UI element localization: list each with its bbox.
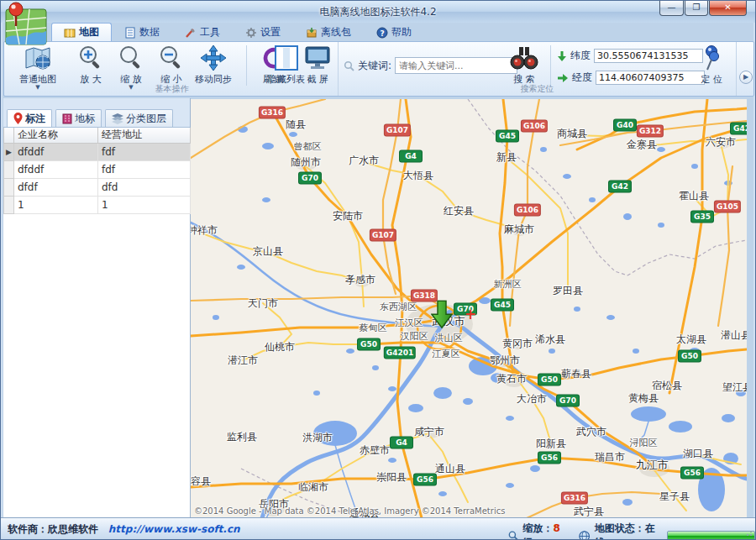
table-cell[interactable]: fdf bbox=[98, 160, 191, 178]
tab-offline-pack-label: 离线包 bbox=[321, 25, 351, 39]
app-logo-icon bbox=[4, 1, 48, 46]
minimize-button[interactable]: — bbox=[659, 1, 684, 16]
sidebar-tab-landmarks-label: 地标 bbox=[75, 112, 95, 126]
map-label: 东西湖区 bbox=[380, 301, 417, 313]
landmark-icon bbox=[62, 113, 72, 124]
sidebar-tab-annotations[interactable]: 标注 bbox=[7, 109, 52, 127]
map-attribution: ©2014 Google - Map data ©2014 Tele Atlas… bbox=[194, 506, 505, 516]
road-shield: G42 bbox=[609, 181, 631, 192]
road-shield: G50 bbox=[679, 351, 701, 362]
tab-help-label: 帮助 bbox=[391, 25, 412, 39]
map-label: 阳新县 bbox=[536, 437, 566, 451]
map-label: 星子县 bbox=[659, 490, 690, 504]
screenshot-icon bbox=[304, 45, 331, 71]
map-label: 仙桃市 bbox=[265, 340, 295, 354]
road-shield: G56 bbox=[681, 468, 703, 479]
status-right: 缩放：8 级 地图状态：在线 bbox=[508, 522, 755, 540]
pan-sync-button[interactable]: 移动同步 bbox=[187, 44, 239, 86]
tab-settings[interactable]: 设置 bbox=[233, 23, 293, 41]
table-row[interactable]: dfddffdf bbox=[4, 160, 191, 178]
map-label: 望江县 bbox=[722, 380, 747, 395]
map-label: 六安市 bbox=[706, 135, 736, 149]
map-marker-arrow-icon[interactable] bbox=[431, 300, 453, 328]
close-button[interactable]: ✕ bbox=[709, 1, 747, 16]
map-label: 霍山县 bbox=[679, 189, 709, 203]
map-label: 鄂州市 bbox=[490, 354, 520, 368]
row-selector[interactable] bbox=[4, 160, 14, 178]
vendor-info: 软件商：欣思维软件 http://www.xsw-soft.cn bbox=[8, 522, 240, 537]
binoculars-icon bbox=[510, 45, 538, 71]
table-cell[interactable]: dfddf bbox=[14, 160, 98, 178]
keyword-label: 关键词: bbox=[358, 59, 391, 73]
latitude-label: 纬度 bbox=[570, 49, 591, 63]
row-selector[interactable] bbox=[4, 196, 14, 213]
table-cell[interactable]: fdf bbox=[98, 143, 191, 160]
map-label: 武宁县 bbox=[574, 505, 604, 519]
ribbon-expand-button[interactable]: ▶ bbox=[739, 71, 753, 84]
map-label: 黄梅县 bbox=[628, 391, 659, 406]
table-row[interactable]: 11 bbox=[4, 196, 191, 213]
globe-icon bbox=[579, 530, 590, 540]
row-selector[interactable] bbox=[4, 178, 14, 196]
road-shield: G42 bbox=[731, 123, 747, 134]
sidebar-tab-annotations-label: 标注 bbox=[25, 112, 45, 126]
resize-grip[interactable] bbox=[744, 528, 753, 537]
map-label: 广水市 bbox=[349, 154, 379, 168]
road-shield: G316 bbox=[562, 493, 587, 504]
map-label: 大冶市 bbox=[517, 392, 547, 406]
maximize-button[interactable]: ❐ bbox=[685, 1, 708, 16]
tab-map[interactable]: 地图 bbox=[51, 23, 112, 41]
map-label: 瑞昌市 bbox=[595, 450, 625, 464]
map-state-label: 地图状态： bbox=[595, 522, 645, 534]
sidebar-tab-layers-label: 分类图层 bbox=[126, 112, 166, 126]
table-cell[interactable]: dfdf bbox=[14, 178, 98, 196]
map-label: 蔡甸区 bbox=[360, 322, 387, 334]
map-cross-marker: + bbox=[465, 309, 476, 319]
row-selector[interactable]: ▶ bbox=[4, 143, 14, 160]
pin-icon bbox=[13, 113, 23, 124]
ribbon-tab-strip: 地图 数据 工具 设置 离线包 ? 帮助 bbox=[51, 23, 424, 41]
tab-tools[interactable]: 工具 bbox=[172, 23, 233, 41]
map-label: 随州市 bbox=[291, 155, 321, 170]
settings-tab-icon bbox=[245, 27, 257, 39]
sidebar-tab-landmarks[interactable]: 地标 bbox=[55, 109, 102, 127]
map-label: 红安县 bbox=[444, 204, 474, 218]
map-label: 浔阳区 bbox=[630, 437, 658, 449]
tab-offline-pack[interactable]: 离线包 bbox=[293, 23, 364, 41]
normal-map-icon bbox=[24, 45, 51, 71]
column-company-name[interactable]: 企业名称 bbox=[14, 128, 98, 143]
map-label: 蕲春县 bbox=[561, 367, 591, 381]
latitude-input[interactable] bbox=[594, 49, 703, 63]
road-shield: G106 bbox=[515, 205, 540, 216]
column-address[interactable]: 经营地址 bbox=[98, 128, 191, 143]
tools-tab-icon bbox=[185, 27, 197, 39]
keyword-input[interactable] bbox=[395, 57, 517, 74]
road-shield: G45 bbox=[496, 131, 518, 142]
map-label: 江夏区 bbox=[433, 348, 460, 360]
tab-data[interactable]: 数据 bbox=[112, 23, 172, 41]
table-cell[interactable]: 1 bbox=[98, 196, 191, 213]
road-shield: G4201 bbox=[385, 348, 415, 359]
table-cell[interactable]: dfd bbox=[98, 178, 191, 196]
annotation-table: 企业名称 经营地址 ▶dfddffdfdfddffdfdfdfdfd11 bbox=[3, 128, 191, 214]
status-zoom-text: 缩放：8 级 bbox=[522, 522, 568, 540]
title-bar[interactable]: 电脑离线地图标注软件4.2 — ❐ ✕ bbox=[1, 1, 755, 23]
road-shield: G106 bbox=[522, 121, 547, 132]
vendor-url[interactable]: http://www.xsw-soft.cn bbox=[108, 523, 240, 535]
table-cell[interactable]: dfddf bbox=[14, 143, 98, 160]
svg-text:?: ? bbox=[380, 29, 384, 37]
map-canvas[interactable]: 随县曾都区随州市广水市大悟县红安县麻城市商城县金寨县六安市新县霍山县钟祥市京山县… bbox=[191, 99, 747, 518]
locate-button[interactable]: 定 位 bbox=[691, 44, 732, 86]
screenshot-button[interactable]: 截 屏 bbox=[297, 44, 339, 86]
road-shield: G45 bbox=[491, 300, 513, 311]
tab-help[interactable]: ? 帮助 bbox=[364, 23, 424, 41]
road-shield: G50 bbox=[538, 375, 560, 385]
zoom-status-label: 缩放： bbox=[522, 522, 553, 534]
sidebar-tab-layers[interactable]: 分类图层 bbox=[105, 109, 173, 127]
search-button[interactable]: 搜 索 bbox=[505, 44, 543, 86]
table-cell[interactable]: 1 bbox=[14, 196, 98, 213]
annotation-panel: 企业名称 经营地址 ▶dfddffdfdfddffdfdfdfdfd11 bbox=[3, 127, 190, 518]
table-row[interactable]: dfdfdfd bbox=[4, 178, 191, 196]
layers-icon bbox=[112, 113, 123, 124]
table-row[interactable]: ▶dfddffdf bbox=[4, 143, 191, 160]
